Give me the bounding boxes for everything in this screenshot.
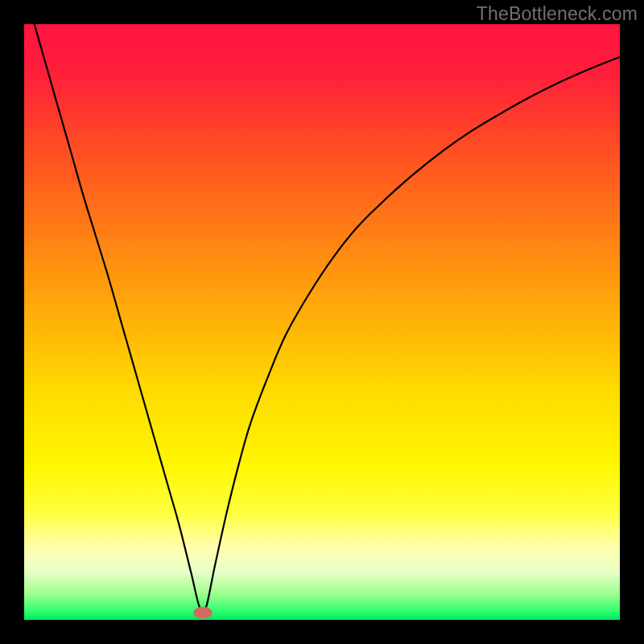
chart-plot-area xyxy=(24,24,620,620)
gradient-background xyxy=(24,24,620,620)
bottleneck-marker xyxy=(193,607,213,619)
chart-frame: TheBottleneck.com xyxy=(0,0,644,644)
watermark-text: TheBottleneck.com xyxy=(477,3,638,25)
chart-svg xyxy=(24,24,620,620)
